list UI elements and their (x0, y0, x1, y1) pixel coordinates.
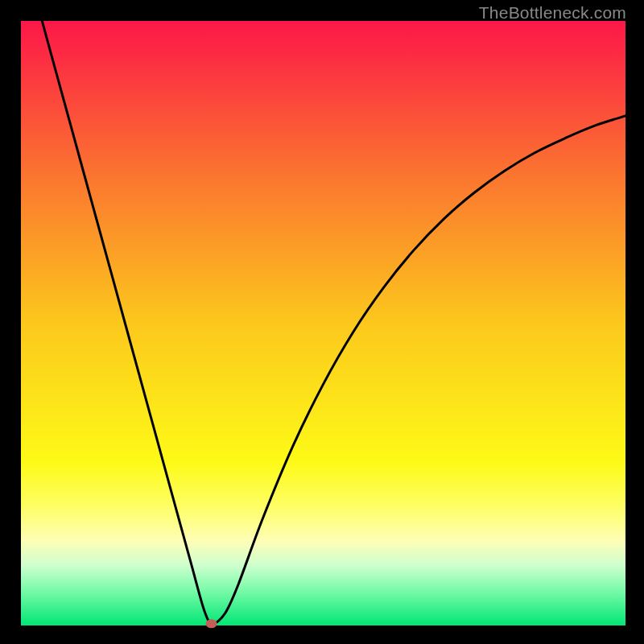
bottleneck-chart (0, 0, 644, 644)
chart-container: TheBottleneck.com (0, 0, 644, 644)
optimal-point-marker (206, 619, 217, 628)
plot-background (21, 21, 625, 625)
watermark-label: TheBottleneck.com (479, 3, 626, 23)
